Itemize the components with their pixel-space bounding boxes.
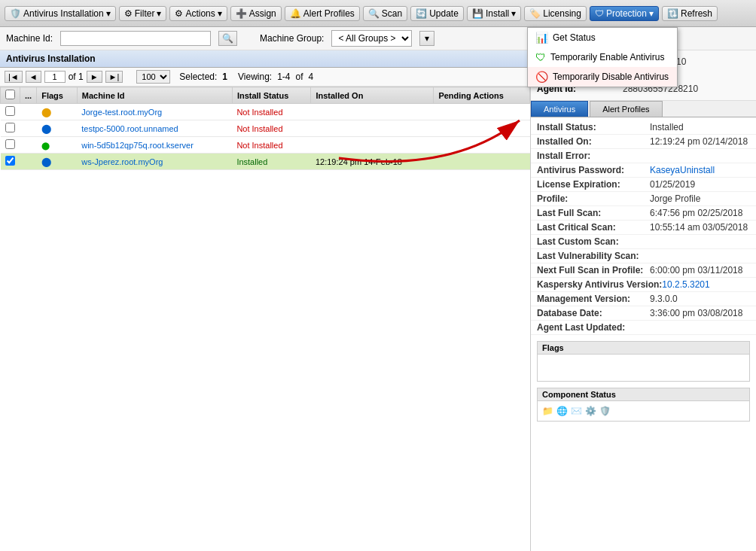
col-installed-on[interactable]: Installed On bbox=[311, 87, 434, 104]
tab-antivirus[interactable]: Antivirus bbox=[531, 101, 588, 117]
detail-value: KaseyaUninstall bbox=[650, 165, 715, 175]
detail-row: Kaspersky Antivirus Version:10.2.5.3201 bbox=[531, 278, 756, 292]
row-machine-id[interactable]: testpc-5000.root.unnamed bbox=[77, 120, 232, 137]
temp-disable-antivirus-item[interactable]: 🚫 Temporarily Disable Antivirus bbox=[528, 67, 677, 87]
detail-value: 12:19:24 pm 02/14/2018 bbox=[650, 136, 748, 147]
col-machine-id[interactable]: Machine Id bbox=[77, 87, 232, 104]
col-dots[interactable]: ... bbox=[20, 87, 37, 104]
row-installed-on bbox=[311, 104, 434, 120]
detail-value: Installed bbox=[650, 122, 684, 132]
row-install-status: Not Installed bbox=[232, 104, 311, 120]
select-all-checkbox[interactable] bbox=[5, 90, 15, 99]
flag-icon: ⬤ bbox=[41, 107, 51, 117]
scan-icon: 🔍 bbox=[368, 8, 380, 19]
row-checkbox[interactable] bbox=[5, 106, 15, 116]
licensing-button[interactable]: 🏷️ Licensing bbox=[524, 6, 587, 21]
alert-profiles-button[interactable]: 🔔 Alert Profiles bbox=[285, 6, 360, 21]
prev-page-button[interactable]: ◄ bbox=[26, 71, 41, 83]
detail-value: 10:55:14 am 03/05/2018 bbox=[650, 222, 748, 233]
filter-button[interactable]: ⚙ Filter ▾ bbox=[119, 6, 167, 21]
component-status-box: Component Status 📁 🌐 ✉️ ⚙️ 🛡️ bbox=[537, 388, 750, 422]
detail-row: Last Custom Scan: bbox=[531, 235, 756, 249]
col-pending-actions[interactable]: Pending Actions bbox=[434, 87, 530, 104]
row-machine-id[interactable]: Jorge-test.root.myOrg bbox=[77, 104, 232, 120]
detail-label: Last Vulnerability Scan: bbox=[537, 251, 650, 261]
disable-icon: 🚫 bbox=[535, 71, 548, 83]
row-install-status: Not Installed bbox=[232, 137, 311, 154]
row-dots[interactable] bbox=[20, 120, 37, 137]
temp-enable-antivirus-item[interactable]: 🛡 Temporarily Enable Antivirus bbox=[528, 47, 677, 67]
comp-icon-1: 📁 bbox=[542, 406, 553, 416]
machine-group-expand-button[interactable]: ▾ bbox=[419, 31, 434, 46]
row-dots[interactable] bbox=[20, 137, 37, 154]
protection-button[interactable]: 🛡 Protection ▾ bbox=[590, 6, 659, 21]
detail-value: 10.2.5.3201 bbox=[662, 279, 709, 290]
row-checkbox[interactable] bbox=[5, 123, 15, 132]
antivirus-installation-button[interactable]: 🛡️ Antivirus Installation ▾ bbox=[5, 6, 116, 21]
machine-id-input[interactable] bbox=[60, 31, 211, 46]
page-number-input[interactable] bbox=[44, 71, 66, 83]
assign-button[interactable]: ➕ Assign bbox=[230, 6, 282, 21]
protection-icon: 🛡 bbox=[595, 8, 604, 19]
search-button[interactable]: 🔍 bbox=[218, 31, 237, 46]
detail-value: 6:00:00 pm 03/11/2018 bbox=[650, 265, 742, 276]
detail-label: Profile: bbox=[537, 193, 650, 204]
viewing-total: 4 bbox=[309, 72, 314, 82]
last-page-button[interactable]: ►| bbox=[105, 71, 123, 83]
left-panel: Antivirus Installation |◄ ◄ of 1 ► ►| 10… bbox=[0, 50, 531, 551]
machine-group-select[interactable]: < All Groups > bbox=[331, 30, 412, 47]
flags-title: Flags bbox=[538, 342, 749, 355]
get-status-item[interactable]: 📊 Get Status bbox=[528, 28, 677, 47]
col-flags[interactable]: Flags bbox=[37, 87, 78, 104]
detail-row: Management Version:9.3.0.0 bbox=[531, 292, 756, 306]
actions-button[interactable]: ⚙ Actions ▾ bbox=[169, 6, 227, 21]
first-page-button[interactable]: |◄ bbox=[5, 71, 23, 83]
row-machine-id[interactable]: win-5d5b12qp75q.root.kserver bbox=[77, 137, 232, 154]
install-button[interactable]: 💾 Install ▾ bbox=[467, 6, 521, 21]
col-install-status[interactable]: Install Status bbox=[232, 87, 311, 104]
scan-button[interactable]: 🔍 Scan bbox=[363, 6, 407, 21]
row-flag: ⬤ bbox=[37, 120, 78, 137]
detail-label: Installed On: bbox=[537, 136, 650, 147]
flag-icon: ⬤ bbox=[41, 123, 51, 134]
row-machine-id[interactable]: ws-Jperez.root.myOrg bbox=[77, 154, 232, 170]
row-dots[interactable] bbox=[20, 104, 37, 120]
row-install-status: Installed bbox=[232, 154, 311, 170]
viewing-label: Viewing: bbox=[238, 72, 272, 82]
detail-label: Last Custom Scan: bbox=[537, 236, 650, 247]
table-row[interactable]: ⬤testpc-5000.root.unnamedNot Installed bbox=[1, 120, 530, 137]
toolbar: 🛡️ Antivirus Installation ▾ ⚙ Filter ▾ ⚙… bbox=[0, 0, 756, 27]
rows-per-page-select[interactable]: 100 50 25 bbox=[136, 70, 170, 84]
refresh-button[interactable]: 🔃 Refresh bbox=[662, 6, 718, 21]
table-row[interactable]: ⬤ws-Jperez.root.myOrgInstalled12:19:24 p… bbox=[1, 154, 530, 170]
row-checkbox[interactable] bbox=[5, 156, 15, 166]
detail-value: 01/25/2019 bbox=[650, 179, 695, 190]
next-page-button[interactable]: ► bbox=[87, 71, 102, 83]
comp-icon-3: ✉️ bbox=[571, 406, 582, 416]
table-row[interactable]: ⬤win-5d5b12qp75q.root.kserverNot Install… bbox=[1, 137, 530, 154]
right-panel: Operating System: 🪟 Windows 10 IP Addres… bbox=[531, 50, 756, 551]
update-button[interactable]: 🔄 Update bbox=[410, 6, 464, 21]
detail-row: Agent Last Updated: bbox=[531, 321, 756, 335]
assign-icon: ➕ bbox=[236, 8, 247, 19]
detail-row: Install Status:Installed bbox=[531, 120, 756, 135]
tab-bar: Antivirus Alert Profiles bbox=[531, 101, 756, 117]
row-dots[interactable] bbox=[20, 154, 37, 170]
detail-label: Kaspersky Antivirus Version: bbox=[537, 279, 662, 290]
section-title: Antivirus Installation bbox=[0, 50, 530, 68]
licensing-icon: 🏷️ bbox=[529, 8, 541, 19]
row-flag: ⬤ bbox=[37, 154, 78, 170]
tab-alert-profiles[interactable]: Alert Profiles bbox=[590, 101, 662, 117]
flags-content bbox=[538, 355, 749, 381]
detail-row: Last Critical Scan:10:55:14 am 03/05/201… bbox=[531, 221, 756, 235]
filter-icon: ⚙ bbox=[124, 8, 133, 19]
viewing-of: of bbox=[296, 72, 303, 82]
detail-row: Profile:Jorge Profile bbox=[531, 192, 756, 206]
table-row[interactable]: ⬤Jorge-test.root.myOrgNot Installed bbox=[1, 104, 530, 120]
update-icon: 🔄 bbox=[416, 8, 427, 19]
row-install-status: Not Installed bbox=[232, 120, 311, 137]
antivirus-icon: 🛡️ bbox=[10, 8, 21, 19]
row-checkbox[interactable] bbox=[5, 139, 15, 149]
detail-label: Database Date: bbox=[537, 308, 650, 318]
install-icon: 💾 bbox=[472, 8, 483, 19]
